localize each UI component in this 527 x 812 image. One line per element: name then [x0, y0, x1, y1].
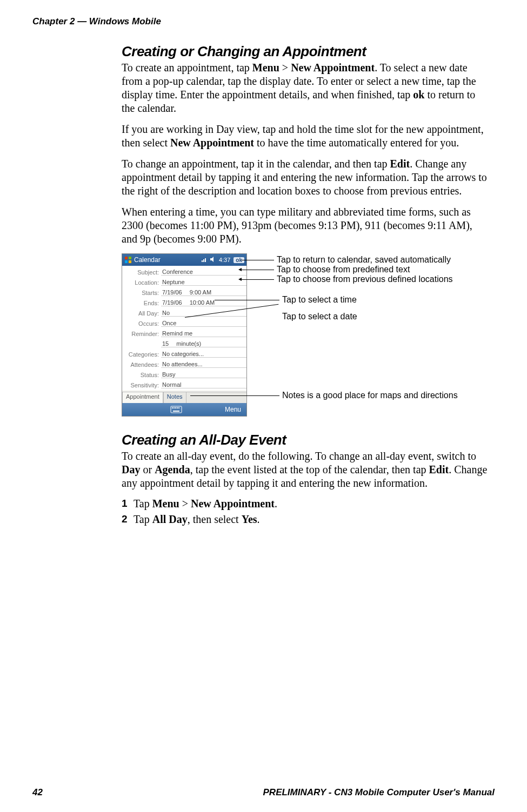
- categories-label: Categories:: [122, 351, 161, 358]
- subject-field[interactable]: Conference: [161, 269, 246, 276]
- all-day-label: All Day: [152, 513, 188, 525]
- svg-rect-5: [203, 259, 204, 262]
- ends-label: Ends:: [122, 300, 161, 306]
- svg-rect-1: [129, 257, 131, 259]
- text: .: [257, 513, 260, 525]
- step-2: 2 Tap All Day, then select Yes.: [122, 513, 489, 526]
- location-label: Location:: [122, 279, 161, 286]
- sensitivity-label: Sensitivity:: [122, 382, 161, 388]
- annotation-ok: Tap to return to calendar, saved automat…: [277, 255, 451, 265]
- document-title: PRELIMINARY - CN3 Mobile Computer User's…: [263, 787, 495, 798]
- starts-label: Starts:: [122, 290, 161, 296]
- svg-rect-11: [175, 407, 176, 408]
- paragraph: If you are working in Day view, tap and …: [122, 123, 489, 150]
- callout-line: [242, 279, 274, 280]
- reminder-time-unit[interactable]: minute(s): [176, 340, 201, 347]
- step-number: 2: [122, 513, 134, 526]
- text: To create an all-day event, do the follo…: [122, 450, 476, 462]
- attendees-label: Attendees:: [122, 361, 161, 368]
- text: To change an appointment, tap it in the …: [122, 158, 390, 170]
- signal-icon: [202, 257, 207, 263]
- svg-rect-2: [125, 260, 128, 263]
- new-appointment-label: New Appointment: [291, 62, 375, 73]
- annotation-time: Tap to select a time: [282, 295, 357, 305]
- step-number: 1: [122, 498, 134, 510]
- sensitivity-field[interactable]: Normal: [161, 381, 246, 388]
- svg-rect-4: [202, 260, 203, 262]
- text: Tap: [134, 498, 152, 509]
- text: To create an appointment, tap: [122, 62, 252, 73]
- annotation-date: Tap to select a date: [282, 312, 357, 321]
- subject-label: Subject:: [122, 269, 161, 276]
- attendees-field[interactable]: No attendees...: [161, 361, 246, 368]
- starts-time[interactable]: 9:00 AM: [190, 289, 211, 296]
- text: or: [140, 464, 155, 475]
- app-title: Calendar: [134, 256, 161, 264]
- occurs-label: Occurs:: [122, 320, 161, 327]
- edit-label: Edit: [429, 464, 449, 475]
- window-title-bar: Calendar 4:37 ok: [122, 254, 246, 266]
- svg-rect-0: [125, 257, 128, 259]
- text: >: [279, 62, 291, 73]
- device-screenshot: Calendar 4:37 ok Subject:Conferen: [122, 253, 247, 417]
- svg-rect-14: [173, 411, 179, 412]
- svg-rect-8: [171, 406, 182, 413]
- tab-appointment[interactable]: Appointment: [122, 392, 163, 403]
- starts-date[interactable]: 7/19/06: [162, 289, 182, 296]
- yes-label: Yes: [242, 513, 257, 525]
- windows-start-icon[interactable]: [124, 256, 132, 264]
- menu-label: Menu: [252, 62, 279, 73]
- svg-marker-7: [210, 257, 214, 262]
- starts-field[interactable]: 7/19/069:00 AM: [161, 289, 246, 296]
- ok-label: ok: [413, 89, 424, 100]
- occurs-field[interactable]: Once: [161, 320, 246, 327]
- paragraph: To change an appointment, tap it in the …: [122, 157, 489, 198]
- status-field[interactable]: Busy: [161, 371, 246, 378]
- text: >: [179, 498, 191, 509]
- ends-time[interactable]: 10:00 AM: [190, 299, 215, 306]
- reminder-field[interactable]: Remind me: [161, 330, 246, 337]
- edit-label: Edit: [390, 158, 410, 170]
- svg-rect-10: [174, 407, 175, 408]
- text: .: [275, 498, 277, 509]
- svg-rect-12: [177, 407, 178, 408]
- callout-line: [190, 395, 279, 396]
- agenda-label: Agenda: [155, 464, 190, 475]
- step-1: 1 Tap Menu > New Appointment.: [122, 498, 489, 510]
- callout-line: [242, 270, 274, 270]
- callout-line: [242, 260, 274, 260]
- location-field[interactable]: Neptune: [161, 279, 246, 286]
- menu-softkey[interactable]: Menu: [225, 406, 241, 413]
- annotation-subject: Tap to choose from predefined text: [277, 265, 410, 274]
- ends-date[interactable]: 7/19/06: [162, 299, 182, 306]
- svg-rect-6: [205, 258, 206, 262]
- section-title-all-day-event: Creating an All-Day Event: [122, 432, 489, 448]
- annotation-notes: Notes is a good place for maps and direc…: [282, 391, 458, 400]
- day-label: Day: [122, 464, 140, 475]
- paragraph: When entering a time, you can type milit…: [122, 205, 489, 246]
- categories-field[interactable]: No categories...: [161, 351, 246, 358]
- svg-rect-3: [129, 260, 131, 263]
- clock-time: 4:37: [219, 257, 230, 263]
- menu-label: Menu: [152, 498, 179, 509]
- allday-label: All Day:: [122, 310, 161, 317]
- svg-rect-13: [178, 407, 179, 408]
- callout-line: [215, 300, 279, 300]
- reminder-time-field[interactable]: 15minute(s): [161, 340, 246, 347]
- text: Tap: [134, 513, 152, 525]
- page-number: 42: [32, 787, 43, 798]
- keyboard-icon[interactable]: [170, 406, 182, 413]
- text: , tap the event listed at the top of the…: [190, 464, 429, 475]
- section-title-creating-changing: Creating or Changing an Appointment: [122, 43, 489, 60]
- reminder-time-value[interactable]: 15: [162, 340, 169, 347]
- new-appointment-label: New Appointment: [191, 498, 275, 509]
- new-appointment-label: New Appointment: [170, 137, 254, 149]
- text: , then select: [188, 513, 242, 525]
- paragraph: To create an all-day event, do the follo…: [122, 449, 489, 490]
- reminder-label: Reminder:: [122, 331, 161, 337]
- status-label: Status:: [122, 372, 161, 378]
- tab-notes[interactable]: Notes: [163, 392, 186, 403]
- svg-rect-9: [172, 407, 173, 408]
- chapter-header: Chapter 2 — Windows Mobile: [32, 16, 495, 27]
- annotation-location: Tap to choose from previous defined loca…: [277, 274, 453, 284]
